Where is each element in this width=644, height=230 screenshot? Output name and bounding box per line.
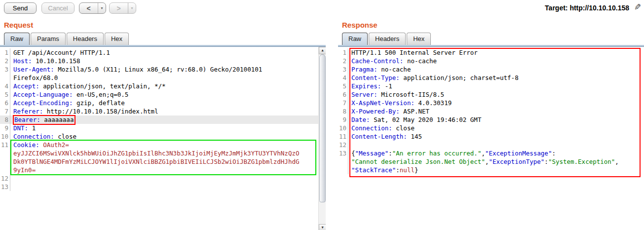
prev-dropdown-icon[interactable]: ▼ (98, 3, 106, 13)
code-line: 12 (338, 141, 644, 149)
edit-target-icon[interactable]: ✎ (634, 2, 641, 12)
scroll-down-icon[interactable]: ▼ (319, 224, 326, 230)
code-line: 7X-AspNet-Version: 4.0.30319 (338, 99, 644, 107)
request-editor[interactable]: ▲ ▼ 1GET /api/Account/ HTTP/1.12Host: 10… (0, 47, 326, 230)
code-line: Dk0YTBlNGE4MDFmYzMiLCJOYW1lIjoiVXNlciBBZ… (0, 157, 318, 166)
request-tab-raw[interactable]: Raw (4, 33, 30, 45)
response-editor[interactable]: 1HTTP/1.1 500 Internal Server Error2Cach… (338, 47, 644, 230)
code-line: 10Connection: close (338, 124, 644, 132)
code-line: 5Accept-Language: en-US,en;q=0.5 (0, 90, 318, 99)
next-request-button[interactable]: > ▼ (109, 2, 136, 14)
code-line: 13 (0, 183, 318, 191)
next-dropdown-icon[interactable]: ▼ (128, 3, 136, 13)
code-line: 1GET /api/Account/ HTTP/1.1 (0, 48, 318, 57)
response-tab-raw[interactable]: Raw (342, 33, 368, 45)
response-tab-bar: Raw Headers Hex (338, 32, 644, 45)
code-line: 2Cache-Control: no-cache (338, 57, 644, 65)
response-panel: Response Raw Headers Hex 1HTTP/1.1 500 I… (338, 18, 644, 230)
code-line: 13{"Message":"An error has occurred.","E… (338, 149, 644, 157)
code-line: Firefox/68.0 (0, 74, 318, 82)
request-tab-params[interactable]: Params (31, 33, 66, 45)
code-line: 3Pragma: no-cache (338, 65, 644, 74)
code-line: 11Cookie: OAuth2= (0, 141, 318, 149)
request-scrollbar[interactable]: ▲ ▼ (318, 47, 326, 230)
code-line: 3User-Agent: Mozilla/5.0 (X11; Linux x86… (0, 65, 318, 74)
code-line: 6Accept-Encoding: gzip, deflate (0, 99, 318, 107)
request-panel: Request Raw Params Headers Hex ▲ ▼ 1GET … (0, 18, 326, 230)
response-tab-headers[interactable]: Headers (369, 33, 406, 45)
code-line: eyJJZCI6MSwiVXNlck5hbWUiOiJhZG1pbiIsIlBh… (0, 149, 318, 157)
code-line: "Cannot deserialize Json.Net Object","Ex… (338, 157, 644, 166)
code-line: 12 (0, 174, 318, 183)
request-tab-bar: Raw Params Headers Hex (0, 32, 326, 45)
send-button[interactable]: Send (4, 2, 37, 14)
code-line: 2Host: 10.10.10.158 (0, 57, 318, 65)
code-line: 8X-Powered-By: ASP.NET (338, 107, 644, 115)
prev-request-button[interactable]: < ▼ (79, 2, 106, 14)
request-tab-headers[interactable]: Headers (67, 33, 104, 45)
target-url: Target: http://10.10.10.158 (545, 4, 629, 12)
cancel-button[interactable]: Cancel (41, 2, 75, 14)
prev-icon[interactable]: < (79, 3, 98, 13)
code-line: 6Server: Microsoft-IIS/8.5 (338, 90, 644, 99)
code-line: 4Accept: application/json, text/plain, *… (0, 82, 318, 90)
response-tab-hex[interactable]: Hex (407, 33, 431, 45)
request-title: Request (0, 18, 326, 32)
code-line: 9DNT: 1 (0, 124, 318, 132)
code-line: 9yIn0= (0, 166, 318, 174)
code-line: 8Bearer: aaaaaaaa (0, 115, 318, 124)
code-line: "StackTrace":null} (338, 166, 644, 174)
code-line: 9Date: Sat, 02 May 2020 19:46:02 GMT (338, 115, 644, 124)
code-line: 11Content-Length: 145 (338, 132, 644, 141)
scrollbar-thumb[interactable] (319, 54, 326, 202)
response-title: Response (338, 18, 644, 32)
code-line: 1HTTP/1.1 500 Internal Server Error (338, 48, 644, 57)
request-tab-hex[interactable]: Hex (105, 33, 129, 45)
next-icon[interactable]: > (110, 3, 128, 13)
toolbar: Send Cancel < ▼ > ▼ Target: http://10.10… (0, 0, 644, 18)
code-line: 4Content-Type: application/json; charset… (338, 74, 644, 82)
code-line: 5Expires: -1 (338, 82, 644, 90)
code-line: 7Referer: http://10.10.10.158/index.html (0, 107, 318, 115)
scroll-up-icon[interactable]: ▲ (319, 47, 326, 54)
code-line: 10Connection: close (0, 132, 318, 141)
